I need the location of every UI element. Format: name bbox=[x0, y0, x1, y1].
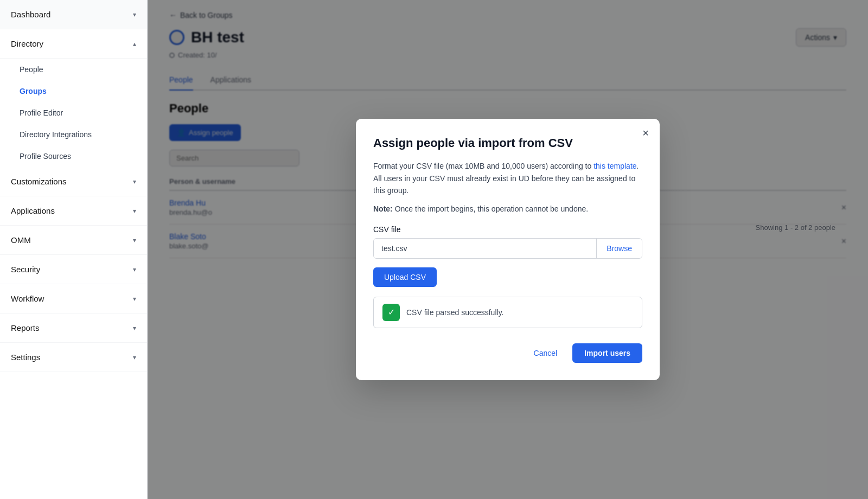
sidebar-item-omm[interactable]: OMM ▾ bbox=[0, 226, 147, 255]
sidebar-item-security[interactable]: Security ▾ bbox=[0, 255, 147, 284]
sidebar-item-label: Applications bbox=[11, 206, 55, 215]
upload-csv-button[interactable]: Upload CSV bbox=[373, 267, 437, 287]
sidebar-sub-item-people[interactable]: People bbox=[0, 59, 147, 80]
chevron-up-icon: ▴ bbox=[133, 40, 136, 48]
modal-note: Note: Once the import begins, this opera… bbox=[373, 204, 642, 213]
csv-filename-input[interactable] bbox=[374, 239, 596, 258]
sidebar-sub-item-profile-editor[interactable]: Profile Editor bbox=[0, 102, 147, 124]
sidebar-item-label: Reports bbox=[11, 323, 40, 332]
sidebar-item-label: OMM bbox=[11, 235, 31, 245]
success-banner: ✓ CSV file parsed successfully. bbox=[373, 297, 642, 328]
modal-description: Format your CSV file (max 10MB and 10,00… bbox=[373, 160, 642, 196]
sidebar-item-label: Workflow bbox=[11, 294, 44, 303]
modal-actions: Cancel Import users bbox=[373, 343, 642, 363]
cancel-button[interactable]: Cancel bbox=[525, 343, 566, 363]
sidebar-item-customizations[interactable]: Customizations ▾ bbox=[0, 167, 147, 196]
modal-overlay: × Assign people via import from CSV Form… bbox=[148, 0, 868, 499]
chevron-down-icon: ▾ bbox=[133, 295, 136, 303]
sidebar-item-label: Settings bbox=[11, 353, 40, 362]
sidebar-sub-item-profile-sources[interactable]: Profile Sources bbox=[0, 145, 147, 167]
import-users-button[interactable]: Import users bbox=[572, 343, 642, 363]
csv-import-modal: × Assign people via import from CSV Form… bbox=[356, 119, 660, 380]
main-content: ← Back to Groups BH test Actions ▾ Creat… bbox=[148, 0, 868, 499]
csv-input-row: Browse bbox=[373, 238, 642, 259]
sidebar-section-directory: Directory ▴ People Groups Profile Editor… bbox=[0, 29, 147, 167]
chevron-down-icon: ▾ bbox=[133, 11, 136, 18]
sidebar-item-reports[interactable]: Reports ▾ bbox=[0, 314, 147, 343]
chevron-down-icon: ▾ bbox=[133, 266, 136, 273]
sidebar-item-dashboard[interactable]: Dashboard ▾ bbox=[0, 0, 147, 29]
sidebar-item-label: Dashboard bbox=[11, 10, 50, 19]
chevron-down-icon: ▾ bbox=[133, 324, 136, 332]
modal-desc-part1: Format your CSV file (max 10MB and 10,00… bbox=[373, 162, 593, 170]
chevron-down-icon: ▾ bbox=[133, 236, 136, 244]
chevron-down-icon: ▾ bbox=[133, 178, 136, 185]
sidebar-sub-item-directory-integrations[interactable]: Directory Integrations bbox=[0, 124, 147, 145]
sidebar-item-workflow[interactable]: Workflow ▾ bbox=[0, 284, 147, 314]
sidebar-item-settings[interactable]: Settings ▾ bbox=[0, 343, 147, 372]
sidebar-item-label: Security bbox=[11, 265, 40, 274]
sidebar-item-applications[interactable]: Applications ▾ bbox=[0, 196, 147, 226]
chevron-down-icon: ▾ bbox=[133, 207, 136, 215]
sidebar-item-label: Directory bbox=[11, 39, 43, 48]
modal-title: Assign people via import from CSV bbox=[373, 136, 642, 150]
modal-note-text: Once the import begins, this operation c… bbox=[395, 204, 588, 213]
modal-close-button[interactable]: × bbox=[642, 127, 649, 138]
chevron-down-icon: ▾ bbox=[133, 354, 136, 361]
csv-file-label: CSV file bbox=[373, 225, 642, 234]
browse-button[interactable]: Browse bbox=[596, 239, 642, 258]
sidebar-item-label: Customizations bbox=[11, 177, 67, 186]
sidebar-item-directory[interactable]: Directory ▴ bbox=[0, 29, 147, 59]
sidebar: Dashboard ▾ Directory ▴ People Groups Pr… bbox=[0, 0, 148, 499]
sidebar-sub-item-groups[interactable]: Groups bbox=[0, 80, 147, 102]
success-message: CSV file parsed successfully. bbox=[406, 308, 503, 317]
success-checkmark-icon: ✓ bbox=[382, 304, 400, 321]
template-link[interactable]: this template bbox=[593, 162, 636, 170]
